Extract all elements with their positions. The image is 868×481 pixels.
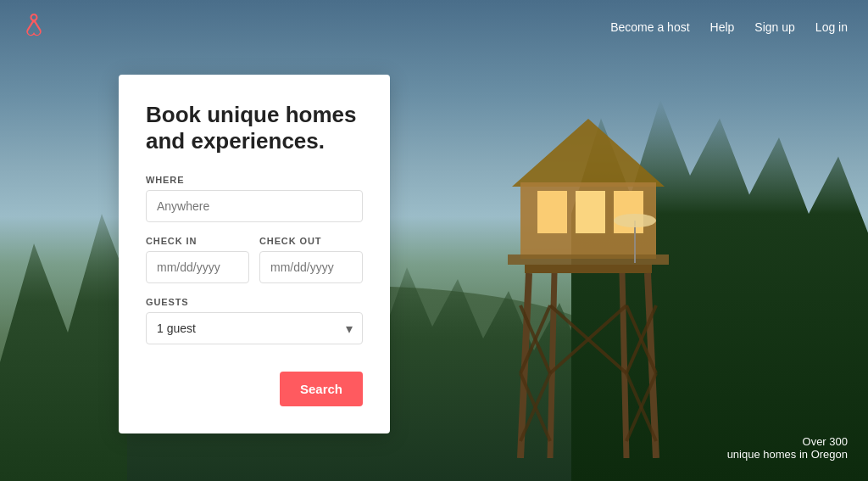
caption: Over 300 unique homes in Oregon	[727, 435, 848, 461]
dates-row: CHECK IN CHECK OUT	[146, 236, 363, 283]
search-btn-row: Search	[146, 358, 363, 406]
search-card: Book unique homes and experiences. WHERE…	[119, 75, 390, 433]
checkin-group: CHECK IN	[146, 236, 249, 283]
guests-select-wrapper: 1 guest 2 guests 3 guests 4+ guests	[146, 312, 363, 344]
sign-up-link[interactable]: Sign up	[754, 20, 794, 34]
navbar: Become a host Help Sign up Log in	[0, 0, 868, 54]
checkin-label: CHECK IN	[146, 236, 249, 246]
where-input[interactable]	[146, 190, 363, 222]
log-in-link[interactable]: Log in	[815, 20, 848, 34]
checkout-label: CHECK OUT	[259, 236, 363, 246]
checkout-group: CHECK OUT	[259, 236, 363, 283]
caption-line1: Over 300	[727, 435, 848, 448]
svg-marker-0	[512, 119, 665, 187]
guests-group: GUESTS 1 guest 2 guests 3 guests 4+ gues…	[146, 297, 363, 344]
help-link[interactable]: Help	[710, 20, 735, 34]
svg-rect-6	[525, 265, 652, 273]
search-button[interactable]: Search	[280, 372, 363, 406]
guests-select[interactable]: 1 guest 2 guests 3 guests 4+ guests	[146, 312, 363, 344]
where-label: WHERE	[146, 175, 363, 185]
tower-illustration	[495, 51, 682, 458]
svg-rect-23	[520, 182, 656, 259]
card-title: Book unique homes and experiences.	[146, 102, 363, 154]
logo[interactable]	[20, 12, 47, 42]
caption-line2: unique homes in Oregon	[727, 448, 848, 461]
become-host-link[interactable]: Become a host	[610, 20, 689, 34]
svg-line-9	[550, 273, 554, 458]
where-group: WHERE	[146, 175, 363, 222]
svg-line-10	[622, 273, 626, 458]
checkout-input[interactable]	[259, 251, 363, 283]
nav-links: Become a host Help Sign up Log in	[610, 20, 848, 34]
guests-label: GUESTS	[146, 297, 363, 307]
checkin-input[interactable]	[146, 251, 249, 283]
